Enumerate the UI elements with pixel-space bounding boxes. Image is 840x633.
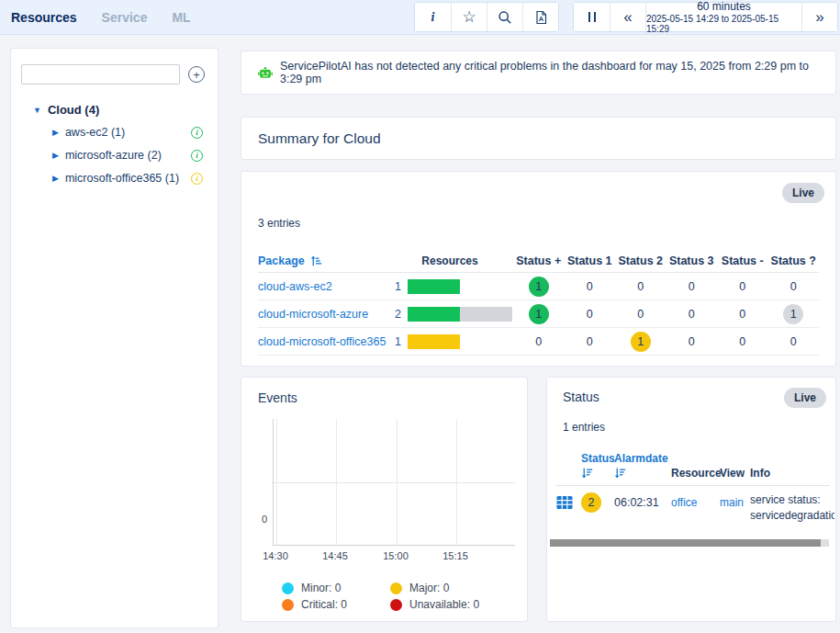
sort-control-alarmdate[interactable]	[614, 466, 671, 480]
ai-summary-banner: ServicePilotAI has not detected any crit…	[241, 51, 836, 95]
status-bar	[408, 307, 512, 322]
search-button[interactable]	[487, 3, 522, 31]
package-link[interactable]: cloud-aws-ec2	[258, 280, 332, 293]
export-pdf-button[interactable]	[522, 3, 558, 31]
status-badge: 2	[581, 492, 601, 513]
column-header-status-1: Status 1	[565, 254, 616, 267]
time-range-dates: 2025-05-15 14:29 to 2025-05-15 15:29	[646, 14, 801, 34]
add-resource-button[interactable]: +	[188, 66, 205, 83]
info-status-icon[interactable]: i	[191, 150, 203, 162]
legend-item-major[interactable]: Major: 0	[390, 582, 519, 594]
info-icon: i	[431, 10, 435, 25]
status-value: 0	[689, 280, 695, 293]
info-text: service status: servicedegradatio...	[750, 492, 834, 524]
column-header-status-minus: Status -	[717, 254, 768, 267]
status-value: 0	[790, 280, 797, 293]
summary-header-panel: Summary for Cloud	[241, 117, 836, 160]
tab-service[interactable]: Service	[102, 10, 148, 25]
events-legend: Minor: 0 Major: 0 Critical: 0 Unavailabl…	[282, 582, 519, 611]
time-range-display[interactable]: 60 minutes 2025-05-15 14:29 to 2025-05-1…	[645, 3, 801, 31]
caret-right-icon[interactable]: ▶	[52, 151, 59, 160]
pause-button[interactable]	[574, 3, 610, 31]
status-bar	[408, 334, 460, 349]
scrollbar-thumb[interactable]	[550, 539, 821, 547]
table-view-icon[interactable]	[556, 495, 573, 510]
status-value: 0	[587, 308, 593, 321]
status-value: 0	[689, 308, 695, 321]
status-badge: 1	[529, 304, 549, 324]
chevron-double-right-icon: »	[815, 9, 823, 25]
status-value: 0	[535, 335, 542, 348]
status-badge: 1	[529, 277, 549, 297]
info-status-icon[interactable]: i	[191, 173, 203, 185]
plus-icon: +	[193, 69, 200, 81]
live-badge[interactable]: Live	[782, 183, 824, 203]
column-header-alarmdate[interactable]: Alarmdate	[614, 451, 671, 466]
legend-item-critical[interactable]: Critical: 0	[282, 598, 390, 611]
column-header-info: Info	[750, 466, 830, 480]
legend-item-minor[interactable]: Minor: 0	[282, 582, 390, 594]
pause-icon	[587, 9, 598, 26]
status-badge: 1	[783, 304, 803, 324]
resource-link[interactable]: office	[671, 496, 697, 509]
tree-node-microsoft-office365[interactable]: ▶ microsoft-office365 (1) i	[11, 171, 218, 186]
alarmdate-value: 06:02:31	[614, 496, 659, 509]
legend-label: Major: 0	[409, 582, 449, 594]
column-header-view: View	[720, 466, 750, 480]
sort-control-status[interactable]	[581, 466, 614, 480]
pdf-icon	[534, 10, 548, 25]
events-title: Events	[258, 390, 297, 405]
info-button[interactable]: i	[415, 3, 451, 31]
summary-table-header: Package Resources Status + Status 1 Stat…	[258, 249, 819, 273]
column-header-status-question: Status ?	[768, 254, 820, 267]
time-back-button[interactable]: «	[610, 3, 645, 31]
robot-icon	[258, 66, 273, 80]
column-header-status[interactable]: Status	[581, 451, 614, 466]
x-axis-tick: 14:45	[322, 550, 348, 561]
legend-item-unavailable[interactable]: Unavailable: 0	[390, 598, 519, 611]
caret-down-icon[interactable]: ▼	[33, 106, 41, 115]
tree-node-aws-ec2[interactable]: ▶ aws-ec2 (1) i	[11, 125, 218, 140]
column-header-package[interactable]: Package	[258, 254, 386, 267]
tree-node-microsoft-azure[interactable]: ▶ microsoft-azure (2) i	[11, 148, 218, 163]
legend-dot-icon	[282, 599, 294, 611]
info-status-icon[interactable]: i	[191, 127, 203, 139]
chevron-double-left-icon: «	[623, 9, 632, 25]
tree-search-input[interactable]	[21, 64, 180, 85]
status-value: 0	[637, 308, 644, 321]
sort-descending-icon	[581, 468, 593, 479]
summary-title: Summary for Cloud	[258, 130, 381, 147]
x-axis-tick: 15:15	[442, 550, 468, 561]
status-value: 0	[689, 335, 695, 348]
tree-node-cloud[interactable]: ▼ Cloud (4)	[11, 103, 218, 117]
resource-count: 2	[386, 308, 401, 321]
resource-tree: ▼ Cloud (4) ▶ aws-ec2 (1) i ▶ microsoft-…	[11, 103, 218, 186]
toolbar: i ☆ «	[414, 2, 838, 32]
events-chart	[273, 419, 515, 546]
tree-node-label: aws-ec2 (1)	[65, 126, 125, 139]
status-value: 0	[739, 280, 745, 293]
caret-right-icon[interactable]: ▶	[52, 174, 59, 183]
time-forward-button[interactable]: »	[801, 3, 837, 31]
package-link[interactable]: cloud-microsoft-azure	[258, 308, 368, 321]
ai-summary-text: ServicePilotAI has not detected any crit…	[280, 60, 819, 85]
status-value: 0	[587, 335, 593, 348]
summary-table: Package Resources Status + Status 1 Stat…	[258, 249, 819, 356]
toolbar-actions-group: i ☆	[414, 2, 559, 32]
tab-ml[interactable]: ML	[172, 10, 190, 25]
nav-tabs: Resources Service ML	[11, 10, 191, 25]
favorite-button[interactable]: ☆	[451, 3, 487, 31]
view-link[interactable]: main	[720, 496, 744, 509]
legend-dot-icon	[390, 599, 402, 611]
package-link[interactable]: cloud-microsoft-office365	[258, 335, 386, 348]
legend-label: Critical: 0	[301, 598, 347, 611]
tab-resources[interactable]: Resources	[11, 10, 77, 25]
status-bar	[408, 279, 460, 294]
caret-right-icon[interactable]: ▶	[52, 128, 59, 137]
status-table-row: 2 06:02:31 office main service status: s…	[556, 492, 830, 524]
live-badge[interactable]: Live	[784, 388, 826, 408]
top-bar: Resources Service ML i ☆	[0, 0, 840, 35]
search-icon	[498, 10, 512, 25]
sort-descending-icon	[614, 468, 626, 479]
star-icon: ☆	[462, 9, 476, 25]
